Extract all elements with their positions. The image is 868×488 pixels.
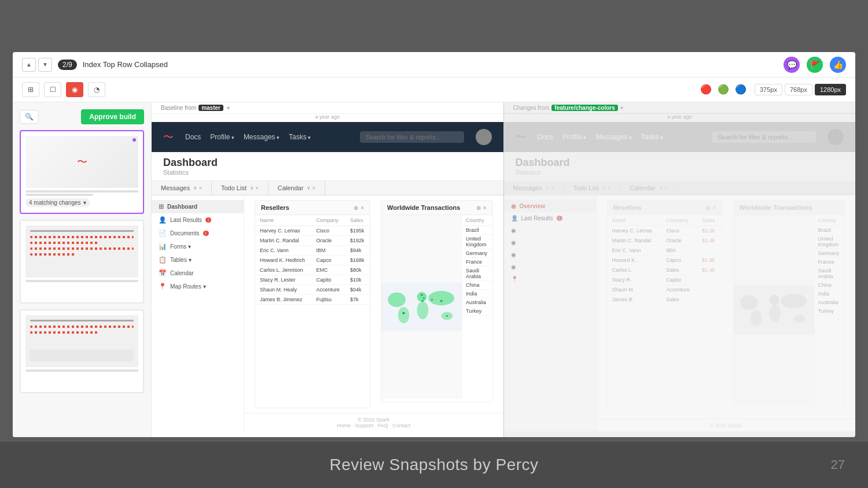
- tab-messages-left[interactable]: Messages ∨ ×: [152, 181, 212, 195]
- dashboard-mockup-left: 〜 Docs Profile Messages Tasks Dashboard: [152, 122, 503, 431]
- nav-profile[interactable]: Profile: [210, 133, 234, 141]
- tab-calendar-left[interactable]: Calendar ∨ ×: [269, 181, 325, 195]
- baseline-label: Baseline from: [161, 105, 196, 111]
- tab-messages-btn[interactable]: ∨ ×: [193, 185, 202, 191]
- badge-lastresults: !: [205, 217, 211, 223]
- nav-docs[interactable]: Docs: [185, 133, 201, 141]
- svg-point-7: [402, 312, 404, 314]
- tab-todo-right: Todo List ∨ ×: [564, 181, 620, 195]
- tab-todo-left[interactable]: Todo List ∨ ×: [212, 181, 269, 195]
- 768px-button[interactable]: 768px: [785, 84, 812, 95]
- split-view-button[interactable]: ⊞: [22, 82, 39, 97]
- table-row-r: France$1.4k: [815, 258, 845, 267]
- monitor-view-button[interactable]: ☐: [44, 82, 61, 97]
- 375px-button[interactable]: 375px: [755, 84, 782, 95]
- sidebar-item-r7: 📍: [504, 273, 596, 285]
- 1280px-button[interactable]: 1280px: [815, 84, 846, 95]
- dash-subtitle-right: Statistics: [516, 169, 844, 176]
- matching-badge-text: 4 matching changes: [29, 199, 81, 206]
- sidebar-calendar[interactable]: 📅 Calendar: [152, 267, 244, 280]
- tab-cal-label-r: Calendar: [630, 184, 656, 191]
- settings-view-button[interactable]: ◔: [88, 82, 105, 97]
- content-area: 🔍 Approve build 〜 4 matching changes ▾: [13, 102, 855, 437]
- thumbnail-1[interactable]: 〜 4 matching changes ▾: [20, 130, 144, 214]
- dash-search-right: [712, 131, 816, 143]
- flag-icon[interactable]: 🚩: [807, 57, 823, 73]
- view-modes-row: ⊞ ☐ ◉ ◔ 🔴 🟢 🔵 375px 768px 1280px: [13, 77, 855, 102]
- search-input[interactable]: 🔍: [20, 110, 39, 124]
- comment-icon[interactable]: 💬: [784, 57, 800, 73]
- resellers-header-left: Resellers ⊕ ×: [255, 201, 370, 215]
- col-sales: Sales: [345, 215, 370, 226]
- map-body-left: Country Sales Brazil$123.00 United Kingd…: [381, 215, 492, 399]
- diff-view-button[interactable]: ◉: [66, 82, 83, 97]
- tab-calendar-right: Calendar ∨ ×: [620, 181, 677, 195]
- dash-main-right: Resellers ⊕ × NameCompanySales: [597, 195, 856, 431]
- page-title: Index Top Row Collapsed: [83, 60, 168, 69]
- sidebar-label-documents: Documents: [170, 230, 200, 236]
- tab-todo-btn[interactable]: ∨ ×: [250, 185, 259, 191]
- map-icons: ⊕ ×: [476, 205, 487, 211]
- table-row-r: Germany$2.5k: [815, 249, 845, 258]
- close-icon[interactable]: ×: [361, 205, 364, 211]
- approve-button[interactable]: Approve build: [81, 109, 144, 124]
- map-expand-icon[interactable]: ⊕: [476, 205, 481, 211]
- resellers-table-left: Resellers ⊕ ×: [255, 200, 370, 408]
- dash-main-left: Resellers ⊕ ×: [244, 195, 503, 431]
- nav-tasks[interactable]: Tasks: [289, 133, 311, 141]
- nav-prev-button[interactable]: ▲: [22, 58, 36, 72]
- table-row: Eric C. VannIBM$94k: [255, 246, 370, 256]
- thumb-lines-3: [25, 369, 138, 372]
- dash-subheader-left: Dashboard Statistics: [152, 152, 503, 181]
- bottom-bar: Review Snapshots by Percy 27: [0, 442, 868, 488]
- sidebar-tables[interactable]: 📋 Tables ▾: [152, 253, 244, 267]
- table-row-r: Howard K.Capco$1.9k: [608, 256, 722, 265]
- country-table-r: CountrySales Brazil$2.5k United Kingdom$…: [815, 215, 845, 405]
- slide-number: 27: [831, 457, 845, 472]
- chevron-down-icon: ▾: [83, 199, 86, 206]
- forms-icon: 📊: [159, 243, 167, 250]
- map-panel-left: Worldwide Transactions ⊕ ×: [381, 200, 493, 402]
- table-row: France$92.00: [462, 258, 493, 267]
- sidebar-dashboard[interactable]: ⊞ Dashboard: [152, 200, 244, 213]
- map-close-icon[interactable]: ×: [483, 205, 487, 211]
- toolbar: ▲ ▼ 2/9 Index Top Row Collapsed 💬 🚩 👍: [13, 52, 855, 77]
- toolbar-nav: ▲ ▼: [22, 58, 52, 72]
- table-row: Harvey C. LemasCisco$195k: [255, 226, 370, 236]
- tab-calendar-btn[interactable]: ∨ ×: [307, 185, 315, 191]
- dash-title-right: Dashboard: [516, 157, 844, 169]
- thumbnail-3[interactable]: [20, 309, 144, 393]
- dash-search-left[interactable]: [360, 131, 464, 143]
- changes-panel: Changes from feature/change-colors ▾ a y…: [504, 102, 856, 437]
- nav-messages[interactable]: Messages: [244, 133, 279, 141]
- sidebar-documents[interactable]: 📄 Documents !: [152, 227, 244, 240]
- table-row-r: China$2.5k: [815, 281, 845, 290]
- sidebar-item-r3: ◉·: [504, 224, 596, 236]
- badge-documents: !: [203, 231, 209, 236]
- thumb-mini-2: [25, 225, 138, 278]
- nav-next-button[interactable]: ▼: [38, 58, 52, 72]
- chrome-blue-icon: 🔵: [735, 84, 746, 95]
- sidebar-maproutes[interactable]: 📍 Map Routes ▾: [152, 280, 244, 293]
- svg-point-1: [388, 293, 406, 307]
- nav-docs-r: Docs: [538, 133, 553, 141]
- table-row-r: India: [815, 290, 845, 298]
- sidebar-lastresults[interactable]: 👤 Last Results !: [152, 213, 244, 227]
- svg-point-2: [398, 307, 410, 323]
- sidebar-label-maproutes: Map Routes ▾: [170, 283, 206, 290]
- country-table: Country Sales Brazil$123.00 United Kingd…: [462, 215, 493, 399]
- table-row: Australia$143.00: [462, 298, 493, 307]
- table-row: China$211.00: [462, 281, 493, 290]
- thumb-icon[interactable]: 👍: [830, 57, 846, 73]
- table-row-r: Martin C. RandalOracle$1.4k: [608, 236, 722, 246]
- dash-body-left: ⊞ Dashboard 👤 Last Results ! 📄 Documents: [152, 195, 503, 431]
- dash-title-left: Dashboard: [163, 157, 492, 169]
- footer-copyright-r: © 2010 Spark: [608, 423, 844, 428]
- sidebar-forms[interactable]: 📊 Forms ▾: [152, 240, 244, 253]
- svg-point-15: [740, 295, 758, 310]
- thumbnail-2[interactable]: [20, 220, 144, 304]
- dash-sidebar-left: ⊞ Dashboard 👤 Last Results ! 📄 Documents: [152, 195, 244, 431]
- thumb-dot-1: [133, 138, 136, 142]
- expand-icon[interactable]: ⊕: [354, 205, 358, 211]
- table-row-r: Saudi Arabia: [815, 267, 845, 281]
